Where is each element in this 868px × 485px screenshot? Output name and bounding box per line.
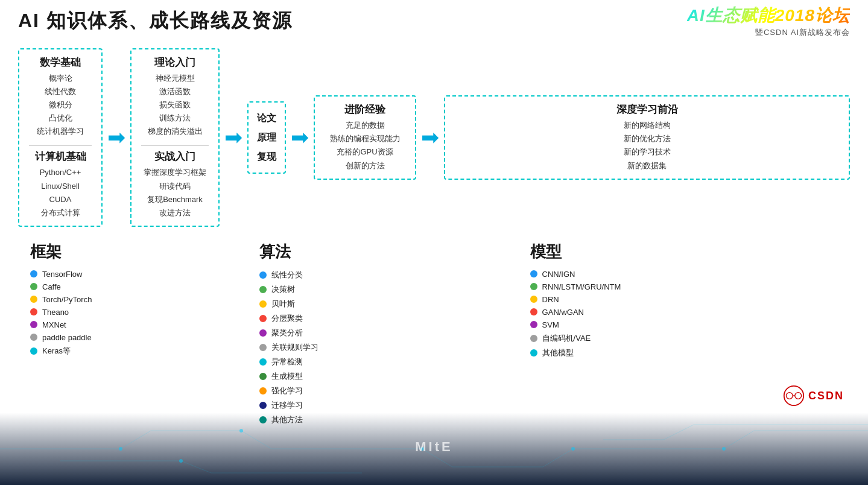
dot-anomaly <box>259 358 267 366</box>
dot-assoc <box>259 344 267 351</box>
divider-1 <box>29 145 92 146</box>
dot-rl <box>259 387 267 395</box>
divider-2 <box>141 145 209 146</box>
advanced-title: 进阶经验 <box>344 103 385 116</box>
svg-point-22 <box>722 447 726 451</box>
algorithms-title: 算法 <box>259 241 291 262</box>
practice-title: 实战入门 <box>154 150 195 163</box>
mite-text: MItE <box>415 439 452 455</box>
cs-title: 计算机基础 <box>35 150 86 163</box>
dot-linear <box>259 271 267 279</box>
frontier-items: 新的网络结构 新的优化方法 新的学习技术 新的数据集 <box>624 119 671 172</box>
practice-item-4: 改进方法 <box>144 206 206 220</box>
label-bayes: 贝叶斯 <box>271 299 295 309</box>
model-drn: DRN <box>530 295 559 304</box>
algo-rl: 强化学习 <box>259 385 303 396</box>
algo-tree: 决策树 <box>259 284 295 295</box>
svg-point-25 <box>786 393 793 399</box>
label-cnn: CNN/IGN <box>542 270 575 279</box>
flow-diagram: 数学基础 概率论 线性代数 微积分 凸优化 统计机器学习 计算机基础 Pytho… <box>18 48 850 227</box>
frontier-item-3: 新的学习技术 <box>624 145 671 159</box>
label-transfer: 迁移学习 <box>271 400 303 411</box>
algo-anomaly: 异常检测 <box>259 357 303 367</box>
label-paddle: paddle paddle <box>42 333 92 342</box>
dot-model-other <box>530 349 537 357</box>
dot-tree <box>259 286 267 293</box>
math-section: 数学基础 概率论 线性代数 微积分 凸优化 统计机器学习 <box>37 55 84 138</box>
label-svm: SVM <box>542 320 559 329</box>
cs-item-2: Linux/Shell <box>40 180 81 193</box>
dot-torch <box>30 296 37 303</box>
svg-point-21 <box>571 447 575 451</box>
logo-subtitle: 暨CSDN AI新战略发布会 <box>755 27 850 38</box>
cs-item-1: Python/C++ <box>40 166 81 179</box>
label-caffe: Caffe <box>42 282 61 291</box>
label-vae: 自编码机/VAE <box>542 333 591 344</box>
cs-item-3: CUDA <box>40 193 81 206</box>
svg-point-18 <box>119 447 122 451</box>
model-other: 其他模型 <box>530 347 574 358</box>
label-theano: Theano <box>42 308 69 317</box>
dot-hierarchical <box>259 315 267 322</box>
framework-torch: Torch/PyTorch <box>30 295 92 304</box>
csdn-label: CSDN <box>808 390 844 402</box>
dot-transfer <box>259 402 267 409</box>
label-tensorflow: TensorFlow <box>42 270 82 279</box>
frameworks-title: 框架 <box>30 241 62 262</box>
math-items: 概率论 线性代数 微积分 凸优化 统计机器学习 <box>37 72 84 138</box>
dot-bayes <box>259 300 267 308</box>
adv-item-1: 充足的数据 <box>330 119 401 132</box>
label-tree: 决策树 <box>271 284 295 295</box>
panel-frameworks: 框架 TensorFlow Caffe Torch/PyTorch Theano… <box>18 241 247 360</box>
model-gan: GAN/wGAN <box>530 308 584 317</box>
framework-tensorflow: TensorFlow <box>30 270 82 279</box>
page-title: AI 知识体系、成长路线及资源 <box>18 8 293 34</box>
algo-other: 其他方法 <box>259 414 303 425</box>
panel-models: 模型 CNN/IGN RNN/LSTM/GRU/NTM DRN GAN/wGAN… <box>518 241 850 362</box>
label-assoc: 关联规则学习 <box>271 342 318 353</box>
dot-paddle <box>30 334 37 341</box>
practice-item-3: 复现Benchmark <box>144 193 206 206</box>
math-item-2: 线性代数 <box>37 85 84 98</box>
math-item-3: 微积分 <box>37 98 84 112</box>
frontier-item-2: 新的优化方法 <box>624 132 671 145</box>
model-rnn: RNN/LSTM/GRU/NTM <box>530 282 621 291</box>
dot-cnn <box>530 270 537 277</box>
adv-item-3: 充裕的GPU资源 <box>330 145 401 159</box>
algo-bayes: 贝叶斯 <box>259 299 295 309</box>
label-torch: Torch/PyTorch <box>42 295 92 304</box>
math-item-4: 凸优化 <box>37 112 84 125</box>
math-item-5: 统计机器学习 <box>37 125 84 138</box>
box-advanced: 进阶经验 充足的数据 熟练的编程实现能力 充裕的GPU资源 创新的方法 <box>314 95 416 179</box>
theory-item-3: 损失函数 <box>148 98 203 112</box>
box-entry: 理论入门 神经元模型 激活函数 损失函数 训练方法 梯度的消失溢出 实战入门 掌… <box>130 48 220 227</box>
frontier-item-1: 新的网络结构 <box>624 119 671 132</box>
label-rnn: RNN/LSTM/GRU/NTM <box>542 282 621 291</box>
csdn-logo: CSDN <box>783 385 844 407</box>
advanced-items: 充足的数据 熟练的编程实现能力 充裕的GPU资源 创新的方法 <box>330 119 401 172</box>
arrow-1: ➡ <box>107 127 125 148</box>
framework-paddle: paddle paddle <box>30 333 92 342</box>
frontier-title: 深度学习前沿 <box>616 103 678 116</box>
algo-linear: 线性分类 <box>259 270 303 281</box>
dot-drn <box>530 296 537 303</box>
practice-section: 实战入门 掌握深度学习框架 研读代码 复现Benchmark 改进方法 <box>144 150 206 219</box>
svg-point-26 <box>795 393 802 399</box>
dot-algo-other <box>259 416 267 423</box>
dot-cluster <box>259 329 267 337</box>
practice-items: 掌握深度学习框架 研读代码 复现Benchmark 改进方法 <box>144 166 206 219</box>
arrow-4: ➡ <box>421 127 439 148</box>
dot-theano <box>30 308 37 315</box>
dot-keras <box>30 347 37 355</box>
cs-section: 计算机基础 Python/C++ Linux/Shell CUDA 分布式计算 <box>35 150 86 219</box>
panel-algorithms: 算法 线性分类 决策树 贝叶斯 分层聚类 聚类分析 <box>247 241 518 429</box>
label-cluster: 聚类分析 <box>271 328 303 338</box>
label-rl: 强化学习 <box>271 385 303 396</box>
svg-point-23 <box>179 459 183 463</box>
cs-items: Python/C++ Linux/Shell CUDA 分布式计算 <box>40 166 81 219</box>
label-hierarchical: 分层聚类 <box>271 313 303 324</box>
arrow-3: ➡ <box>291 127 309 148</box>
dot-caffe <box>30 283 37 290</box>
logo-title: AI生态赋能2018论坛 <box>687 4 850 27</box>
dot-generative <box>259 373 267 380</box>
